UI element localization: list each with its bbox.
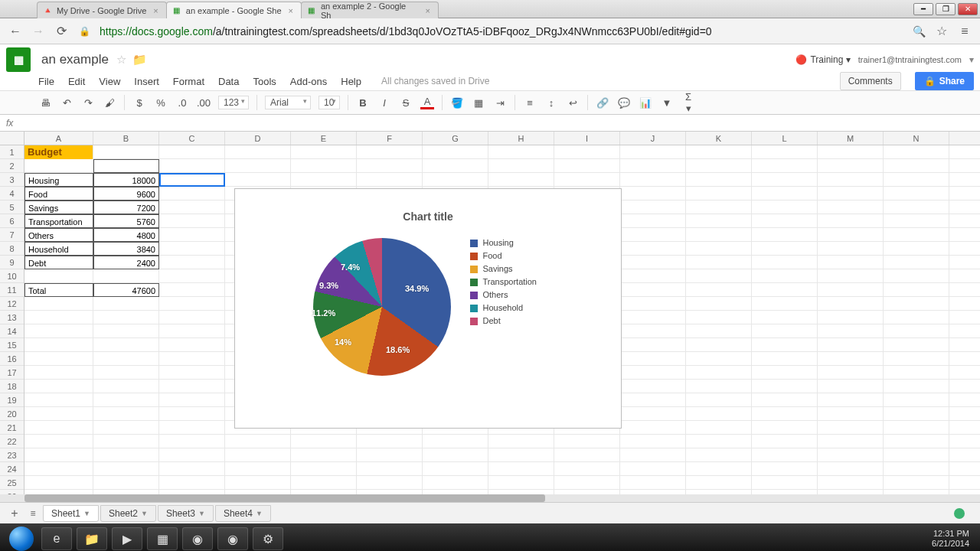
decrease-decimal-icon[interactable]: .0 [175,97,189,109]
cell[interactable] [818,476,884,490]
cell[interactable] [884,242,949,256]
col-header[interactable]: N [884,132,949,145]
training-badge[interactable]: 🔴Training ▾ [795,54,850,65]
col-header[interactable]: C [159,132,225,145]
cell[interactable] [93,297,159,311]
cell[interactable] [818,173,884,187]
cell[interactable] [488,159,554,173]
minimize-button[interactable]: ━ [913,3,933,15]
cell[interactable] [24,269,93,283]
cell[interactable] [554,159,620,173]
cell[interactable] [554,476,620,490]
print-icon[interactable]: 🖶 [38,97,52,109]
cell[interactable] [818,366,884,380]
cell[interactable] [159,435,225,448]
cell[interactable]: 47600 [93,283,159,297]
system-tray[interactable]: 12:31 PM6/21/2014 [932,529,974,549]
embedded-chart[interactable]: Chart title 34.9% 18.6% 14% 11.2% 9.3% 7… [234,188,622,429]
cell[interactable] [884,201,949,214]
chrome-icon-2[interactable]: ◉ [217,527,248,550]
row-header[interactable]: 11 [0,283,24,297]
cell[interactable] [752,462,818,476]
cell[interactable] [93,324,159,338]
cell[interactable] [93,380,159,393]
row-header[interactable]: 13 [0,311,24,324]
cell[interactable] [225,435,291,448]
col-header[interactable]: J [620,132,686,145]
back-button[interactable]: ← [8,24,23,39]
cell[interactable] [225,159,291,173]
cell[interactable] [423,173,488,187]
cell[interactable] [686,201,752,214]
cell[interactable] [291,448,357,462]
increase-decimal-icon[interactable]: .00 [197,97,211,109]
cell[interactable] [24,421,93,435]
cell[interactable] [686,462,752,476]
cell[interactable] [423,435,488,448]
cell[interactable] [620,283,686,297]
explorer-icon[interactable]: 📁 [77,527,107,550]
row-header[interactable]: 17 [0,366,24,380]
cell[interactable] [620,366,686,380]
cell[interactable] [818,145,884,159]
cell[interactable]: Food [24,187,93,201]
cell[interactable] [93,448,159,462]
cell[interactable] [225,145,291,159]
cell[interactable] [423,448,488,462]
account-email[interactable]: trainer1@tntrainingtest.com [858,55,962,64]
cell[interactable] [357,435,423,448]
cell[interactable] [159,462,225,476]
cell[interactable] [93,145,159,159]
menu-icon[interactable]: ≡ [957,24,972,39]
cell[interactable] [686,352,752,366]
cell[interactable] [818,435,884,448]
cell[interactable] [884,324,949,338]
cell[interactable] [686,311,752,324]
cell[interactable] [686,297,752,311]
cell[interactable] [818,256,884,269]
cell[interactable] [159,201,225,214]
cell[interactable] [620,380,686,393]
cell[interactable] [884,435,949,448]
col-header[interactable]: L [752,132,818,145]
sheet-tab[interactable]: Sheet4 ▼ [215,505,271,522]
reload-button[interactable]: ⟳ [54,24,69,39]
cell[interactable] [818,242,884,256]
cell[interactable] [818,380,884,393]
forward-button[interactable]: → [31,24,46,39]
cell[interactable] [686,407,752,421]
cell[interactable] [884,145,949,159]
cell[interactable] [884,393,949,407]
cell[interactable] [884,283,949,297]
cell[interactable] [423,159,488,173]
spreadsheet-grid[interactable]: A B C D E F G H I J K L M N 123456789101… [0,132,980,502]
cell[interactable] [884,159,949,173]
cell[interactable] [24,352,93,366]
cell[interactable]: Transportation [24,214,93,228]
cell[interactable] [752,256,818,269]
star-icon[interactable]: ☆ [116,53,126,67]
cell[interactable] [24,448,93,462]
cell[interactable] [291,145,357,159]
cell[interactable]: Savings [24,201,93,214]
cell[interactable] [620,462,686,476]
cell[interactable] [818,421,884,435]
menu-format[interactable]: Format [173,76,204,87]
comments-button[interactable]: Comments [840,72,901,90]
cell[interactable] [93,311,159,324]
cell[interactable] [818,407,884,421]
menu-view[interactable]: View [99,76,120,87]
cell[interactable] [752,311,818,324]
menu-data[interactable]: Data [218,76,239,87]
row-header[interactable]: 14 [0,324,24,338]
cell[interactable] [159,228,225,242]
cell[interactable] [620,145,686,159]
row-header[interactable]: 10 [0,269,24,283]
misc-icon[interactable]: ⚙ [253,527,283,550]
cell[interactable] [752,159,818,173]
cell[interactable] [357,476,423,490]
cell[interactable] [488,435,554,448]
sheet-tab-active[interactable]: Sheet1 ▼ [43,505,99,522]
cell[interactable]: 5760 [93,214,159,228]
cell[interactable] [93,435,159,448]
